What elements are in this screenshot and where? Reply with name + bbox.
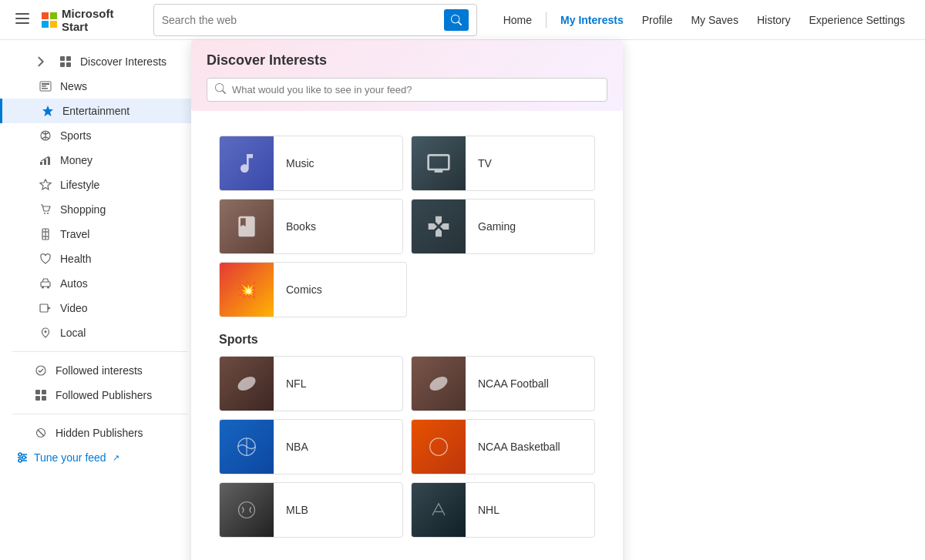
svg-rect-8: [42, 83, 49, 85]
sidebar-discover-interests[interactable]: Discover Interests: [0, 49, 200, 74]
star-icon: [41, 104, 55, 118]
sidebar-entertainment-label: Entertainment: [62, 105, 130, 117]
sidebar-item-local[interactable]: Local: [0, 320, 200, 345]
sports-cards-grid: NFL NCAA Football NBA: [219, 356, 595, 538]
sidebar-video-label: Video: [60, 302, 88, 314]
nav-experience-settings[interactable]: Experience Settings: [801, 11, 913, 29]
discover-search-input[interactable]: [232, 84, 599, 96]
hidden-icon: [34, 426, 48, 440]
logo-sq-yellow: [50, 21, 57, 28]
card-nba-image: [220, 420, 274, 474]
svg-rect-16: [48, 157, 50, 165]
card-mlb[interactable]: MLB: [219, 482, 403, 538]
nav-my-saves[interactable]: My Saves: [683, 11, 745, 29]
sidebar-item-health[interactable]: Health: [0, 246, 200, 271]
svg-point-41: [22, 456, 25, 459]
sports-icon: [39, 129, 52, 143]
search-input[interactable]: [162, 14, 438, 26]
nav-my-interests[interactable]: My Interests: [553, 11, 631, 29]
svg-rect-32: [42, 390, 46, 394]
card-nhl-label: NHL: [466, 495, 512, 525]
card-music[interactable]: Music: [219, 136, 403, 191]
discover-title: Discover Interests: [207, 52, 607, 69]
sidebar-item-news[interactable]: News: [0, 74, 200, 99]
card-comics[interactable]: 💥 Comics: [219, 262, 407, 317]
card-nhl[interactable]: NHL: [411, 482, 595, 538]
svg-rect-24: [41, 282, 50, 287]
sidebar-item-travel[interactable]: Travel: [0, 222, 200, 246]
card-tv-image: [412, 136, 466, 190]
sidebar-item-entertainment[interactable]: Entertainment: [0, 99, 200, 123]
followed-interests-label: Followed interests: [56, 364, 143, 377]
card-music-label: Music: [274, 148, 327, 179]
svg-rect-6: [66, 62, 71, 67]
sidebar-item-sports[interactable]: Sports: [0, 123, 200, 148]
card-ncaa-football[interactable]: NCAA Football: [411, 356, 595, 411]
sidebar-item-video[interactable]: Video: [0, 296, 200, 320]
sidebar-discover-label: Discover Interests: [80, 55, 166, 68]
card-nba[interactable]: NBA: [219, 419, 403, 474]
nav-profile[interactable]: Profile: [634, 11, 681, 29]
sidebar-hidden-publishers[interactable]: Hidden Publishers: [0, 421, 200, 445]
shopping-icon: [39, 203, 52, 216]
svg-rect-3: [60, 56, 65, 61]
travel-icon: [39, 227, 52, 241]
discover-header: Discover Interests: [191, 40, 623, 111]
sidebar-followed-interests[interactable]: Followed interests: [0, 358, 200, 383]
sidebar-followed-publishers[interactable]: Followed Publishers: [0, 383, 200, 407]
discover-content: Music TV Books: [207, 123, 607, 560]
card-books[interactable]: Books: [219, 199, 403, 254]
tune-feed-link[interactable]: Tune your feed ↗: [0, 445, 200, 470]
card-ncaa-basketball[interactable]: NCAA Basketball: [411, 419, 595, 474]
card-tv[interactable]: TV: [411, 136, 595, 191]
card-gaming-image: [412, 200, 466, 253]
card-ncaa-basketball-label: NCAA Basketball: [466, 431, 573, 462]
card-tv-label: TV: [466, 148, 504, 179]
sidebar-discover-section: Discover Interests News Entertainment: [0, 49, 200, 345]
svg-rect-10: [42, 88, 48, 89]
sidebar-item-money[interactable]: Money: [0, 148, 200, 173]
svg-rect-1: [15, 18, 29, 19]
nav-history[interactable]: History: [749, 11, 799, 29]
svg-rect-0: [15, 13, 29, 15]
logo-sq-red: [42, 12, 49, 19]
sidebar-lifestyle-label: Lifestyle: [60, 179, 99, 191]
sidebar-money-label: Money: [60, 154, 92, 166]
top-nav: Microsoft Start Home My Interests Profil…: [0, 0, 925, 40]
hamburger-button[interactable]: [12, 10, 32, 29]
sidebar-item-lifestyle[interactable]: Lifestyle: [0, 173, 200, 197]
sidebar: Discover Interests News Entertainment: [0, 40, 200, 560]
svg-marker-28: [48, 307, 51, 310]
card-comics-label: Comics: [274, 274, 335, 305]
autos-icon: [39, 277, 52, 290]
svg-point-19: [47, 213, 49, 214]
logo-icon: [42, 12, 57, 28]
sidebar-divider-2: [12, 414, 187, 414]
sidebar-travel-label: Travel: [60, 228, 89, 240]
newspaper-icon: [39, 79, 52, 93]
svg-rect-31: [35, 390, 40, 394]
tune-icon: [15, 451, 29, 464]
card-books-image: [220, 200, 274, 253]
sidebar-item-shopping[interactable]: Shopping: [0, 197, 200, 222]
discover-panel: Discover Interests Music: [191, 40, 623, 560]
sidebar-item-autos[interactable]: Autos: [0, 271, 200, 296]
check-circle-icon: [34, 364, 48, 377]
logo-sq-blue: [42, 21, 49, 28]
grid-small-icon: [34, 388, 48, 402]
svg-rect-27: [40, 304, 48, 312]
svg-point-29: [45, 330, 47, 333]
card-mlb-label: MLB: [274, 495, 321, 525]
svg-rect-14: [40, 162, 42, 165]
nav-separator: [546, 12, 547, 28]
card-gaming[interactable]: Gaming: [411, 199, 595, 254]
card-nfl-label: NFL: [274, 368, 318, 399]
search-button[interactable]: [444, 9, 469, 31]
nav-home[interactable]: Home: [496, 11, 540, 29]
card-comics-image: 💥: [220, 263, 274, 317]
svg-point-26: [47, 287, 49, 289]
card-nfl[interactable]: NFL: [219, 356, 403, 411]
logo: Microsoft Start: [42, 7, 138, 33]
svg-marker-17: [40, 179, 51, 189]
sidebar-divider-1: [12, 351, 187, 352]
